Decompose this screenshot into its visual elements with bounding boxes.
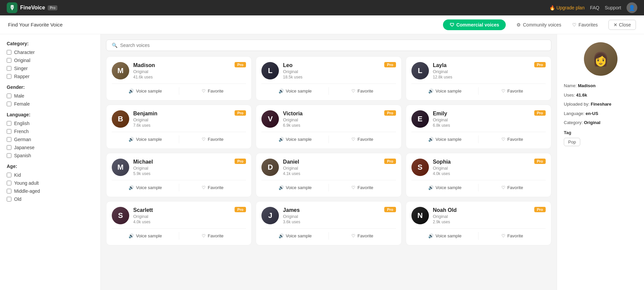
sidebar: Category: CharacterOriginalSingerRapper … (0, 34, 101, 290)
checkbox-spanish[interactable] (7, 153, 11, 158)
favorite-btn-daniel[interactable]: ♡ Favorite (329, 184, 396, 191)
checkbox-rapper[interactable] (7, 74, 11, 79)
voice-sample-btn-daniel[interactable]: 🔊 Voice sample (261, 184, 329, 191)
voice-avatar-scarlett: S (112, 207, 129, 224)
filter-language-spanish[interactable]: Spanish (7, 153, 94, 158)
voice-uses-scarlett: 4.0k uses (133, 220, 246, 224)
filter-language-japanese[interactable]: Japanese (7, 145, 94, 150)
voice-card-noah[interactable]: Pro N Noah Old Original 2.9k uses 🔊 Voic… (406, 201, 551, 245)
heart-icon: ♡ (501, 185, 505, 190)
upgrade-link[interactable]: 🔥 Upgrade plan (549, 5, 585, 10)
filter-category-original[interactable]: Original (7, 58, 94, 63)
filter-language-german[interactable]: German (7, 137, 94, 142)
checkbox-french[interactable] (7, 129, 11, 134)
checkbox-english[interactable] (7, 121, 11, 126)
heart-icon: ♡ (202, 233, 206, 238)
favorite-btn-victoria[interactable]: ♡ Favorite (329, 135, 396, 143)
checkbox-singer[interactable] (7, 66, 11, 71)
checkbox-middle_aged[interactable] (7, 189, 11, 193)
favorite-btn-james[interactable]: ♡ Favorite (329, 232, 396, 240)
voice-category-emily: Original (433, 117, 546, 122)
voice-sample-btn-leo[interactable]: 🔊 Voice sample (261, 87, 329, 95)
label-french: French (14, 129, 29, 134)
favorite-label: Favorite (208, 233, 224, 238)
checkbox-male[interactable] (7, 94, 11, 98)
support-link[interactable]: Support (605, 5, 621, 10)
label-rapper: Rapper (14, 74, 30, 79)
voice-card-benjamin[interactable]: Pro B Benjamin Original 7.6k uses 🔊 Voic… (106, 105, 252, 149)
checkbox-young_adult[interactable] (7, 181, 11, 185)
filter-age-kid[interactable]: Kid (7, 172, 94, 178)
voice-card-victoria[interactable]: Pro V Victoria Original 6.9k uses 🔊 Voic… (256, 105, 401, 149)
voice-sample-btn-victoria[interactable]: 🔊 Voice sample (261, 135, 329, 143)
tab-favorites[interactable]: ♡ Favorites (572, 22, 598, 27)
filter-category-rapper[interactable]: Rapper (7, 74, 94, 79)
heart-icon: ♡ (501, 137, 505, 142)
favorite-btn-layla[interactable]: ♡ Favorite (479, 87, 546, 95)
voice-card-layla[interactable]: Pro L Layla Original 12.8k uses 🔊 Voice … (406, 56, 551, 101)
voice-sample-btn-scarlett[interactable]: 🔊 Voice sample (112, 232, 179, 240)
filter-age-young_adult[interactable]: Young adult (7, 180, 94, 186)
favorite-btn-noah[interactable]: ♡ Favorite (479, 232, 546, 240)
favorite-label: Favorite (357, 185, 373, 190)
filter-language-english[interactable]: English (7, 121, 94, 126)
filter-language-french[interactable]: French (7, 129, 94, 134)
voice-card-scarlett[interactable]: Pro S Scarlett Original 4.0k uses 🔊 Voic… (106, 201, 252, 245)
voice-card-madison[interactable]: Pro M Madison Original 41.6k uses 🔊 Voic… (106, 56, 252, 101)
voice-sample-btn-madison[interactable]: 🔊 Voice sample (112, 87, 179, 95)
voice-card-emily[interactable]: Pro E Emily Original 6.8k uses 🔊 Voice s… (406, 105, 551, 149)
close-button[interactable]: ✕ Close (608, 20, 636, 30)
favorite-btn-emily[interactable]: ♡ Favorite (479, 135, 546, 143)
voice-sample-btn-noah[interactable]: 🔊 Voice sample (411, 232, 479, 240)
voice-sample-btn-sophia[interactable]: 🔊 Voice sample (411, 184, 479, 191)
detail-tag-value: Pop (564, 138, 580, 146)
speaker-icon: 🔊 (428, 137, 434, 142)
user-avatar[interactable]: 👤 (627, 2, 637, 13)
voice-card-james[interactable]: Pro J James Original 3.6k uses 🔊 Voice s… (256, 201, 401, 245)
checkbox-kid[interactable] (7, 173, 11, 177)
detail-name-field: Name: Madison (564, 82, 637, 89)
age-section-title: Age: (7, 164, 94, 169)
favorite-btn-michael[interactable]: ♡ Favorite (179, 184, 246, 191)
voice-sample-btn-james[interactable]: 🔊 Voice sample (261, 232, 329, 240)
tab-community[interactable]: ⚙ Community voices (516, 22, 561, 27)
page-title: Find Your Favorite Voice (8, 22, 63, 27)
favorite-btn-sophia[interactable]: ♡ Favorite (479, 184, 546, 191)
filter-age-middle_aged[interactable]: Middle-aged (7, 188, 94, 194)
filter-category-character[interactable]: Character (7, 50, 94, 55)
voice-sample-btn-layla[interactable]: 🔊 Voice sample (411, 87, 479, 95)
checkbox-character[interactable] (7, 50, 11, 55)
checkbox-old[interactable] (7, 197, 11, 201)
favorite-btn-madison[interactable]: ♡ Favorite (179, 87, 246, 95)
card-header: V Victoria Original 6.9k uses (261, 110, 396, 128)
filter-category-singer[interactable]: Singer (7, 66, 94, 71)
filter-age-old[interactable]: Old (7, 196, 94, 202)
checkbox-female[interactable] (7, 102, 11, 106)
checkbox-original[interactable] (7, 58, 11, 63)
favorite-btn-benjamin[interactable]: ♡ Favorite (179, 135, 246, 143)
voice-name-benjamin: Benjamin (133, 111, 246, 117)
voice-card-sophia[interactable]: Pro S Sophia Original 4.0k uses 🔊 Voice … (406, 153, 551, 197)
voice-card-leo[interactable]: Pro L Leo Original 18.5k uses 🔊 Voice sa… (256, 56, 401, 101)
label-german: German (14, 137, 31, 142)
detail-avatar: 👩 (584, 42, 617, 76)
favorite-btn-leo[interactable]: ♡ Favorite (329, 87, 396, 95)
voice-card-michael[interactable]: Pro M Michael Original 5.9k uses 🔊 Voice… (106, 153, 252, 197)
card-actions-benjamin: 🔊 Voice sample ♡ Favorite (112, 132, 246, 143)
voice-sample-btn-emily[interactable]: 🔊 Voice sample (411, 135, 479, 143)
checkbox-japanese[interactable] (7, 145, 11, 150)
faq-link[interactable]: FAQ (590, 5, 599, 10)
voice-card-daniel[interactable]: Pro D Daniel Original 4.1k uses 🔊 Voice … (256, 153, 401, 197)
label-kid: Kid (14, 172, 21, 178)
filter-gender-female[interactable]: Female (7, 101, 94, 107)
voice-sample-btn-benjamin[interactable]: 🔊 Voice sample (112, 135, 179, 143)
checkbox-german[interactable] (7, 137, 11, 142)
favorite-btn-scarlett[interactable]: ♡ Favorite (179, 232, 246, 240)
filter-gender-male[interactable]: Male (7, 93, 94, 99)
tab-commercial[interactable]: 🛡 Commercial voices (443, 19, 506, 30)
label-japanese: Japanese (14, 145, 35, 150)
voice-sample-btn-michael[interactable]: 🔊 Voice sample (112, 184, 179, 191)
search-input[interactable] (120, 43, 546, 48)
voice-uses-leo: 18.5k uses (283, 75, 396, 79)
card-header: L Layla Original 12.8k uses (411, 62, 546, 79)
